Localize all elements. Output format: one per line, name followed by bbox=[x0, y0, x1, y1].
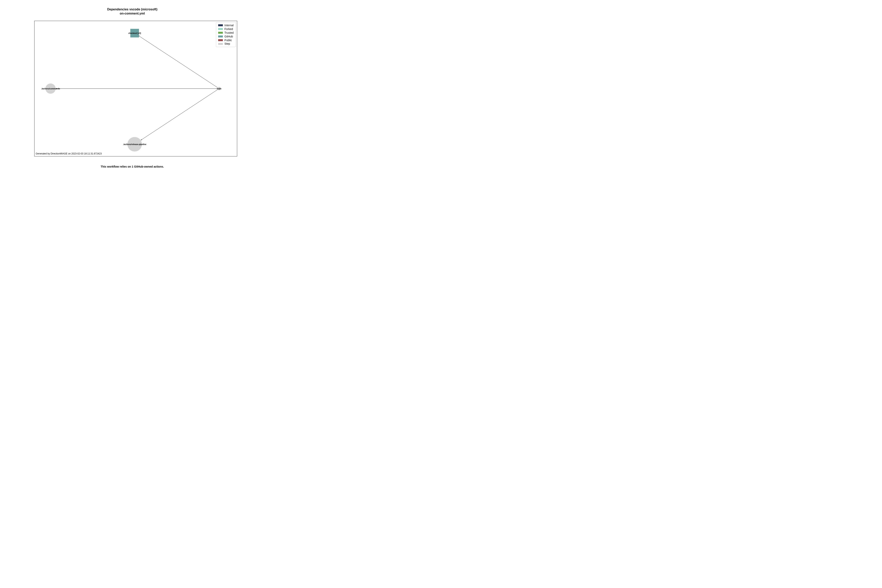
legend-item-trusted: Trusted bbox=[218, 31, 234, 35]
legend-swatch bbox=[218, 39, 223, 41]
node-main bbox=[218, 87, 221, 90]
node-commands bbox=[45, 84, 56, 94]
summary-text: This workflow relies on 1 GitHub-owned a… bbox=[0, 165, 265, 168]
chart-title-line1: Dependencies vscode (microsoft) bbox=[0, 8, 265, 12]
chart-title-line2: on-comment.yml bbox=[0, 12, 265, 16]
legend-label: Trusted bbox=[224, 31, 234, 35]
legend: Internal Forked Trusted GitHub Public St… bbox=[216, 22, 236, 47]
legend-item-public: Public bbox=[218, 38, 234, 42]
chart-frame: checkout [v3]./actions/commands./actions… bbox=[34, 21, 237, 156]
edge bbox=[141, 90, 218, 140]
legend-swatch bbox=[218, 28, 223, 30]
dependency-graph bbox=[34, 21, 237, 157]
legend-swatch bbox=[218, 43, 223, 45]
edge bbox=[138, 36, 218, 88]
generated-by-text: Generated by DirectionMIAGE on 2023-02-0… bbox=[36, 152, 102, 155]
node-release bbox=[128, 137, 142, 152]
legend-item-forked: Forked bbox=[218, 27, 234, 31]
legend-swatch bbox=[218, 24, 223, 26]
legend-swatch bbox=[218, 32, 223, 34]
legend-swatch bbox=[218, 36, 223, 38]
legend-item-internal: Internal bbox=[218, 24, 234, 27]
legend-item-github: GitHub bbox=[218, 35, 234, 38]
legend-label: Internal bbox=[224, 24, 234, 27]
legend-label: Forked bbox=[224, 27, 233, 31]
node-checkout bbox=[130, 29, 139, 38]
legend-label: GitHub bbox=[224, 35, 233, 38]
legend-label: Public bbox=[224, 38, 232, 42]
legend-label: Step bbox=[224, 42, 230, 46]
legend-item-step: Step bbox=[218, 42, 234, 46]
chart-title: Dependencies vscode (microsoft) on-comme… bbox=[0, 8, 265, 16]
